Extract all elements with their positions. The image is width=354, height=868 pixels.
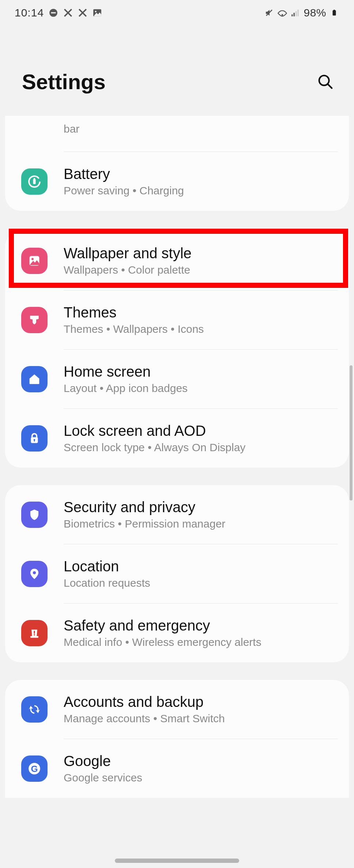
row-subtitle: Layout • App icon badges bbox=[64, 382, 338, 395]
google-icon: G bbox=[21, 755, 48, 782]
row-subtitle: Location requests bbox=[64, 577, 338, 589]
shield-icon bbox=[21, 502, 48, 528]
row-title: Battery bbox=[64, 166, 338, 182]
settings-group-security: Security and privacy Biometrics • Permis… bbox=[5, 485, 349, 662]
status-bar: 10:14 98% bbox=[0, 0, 354, 26]
svg-point-5 bbox=[282, 14, 283, 16]
status-left: 10:14 bbox=[15, 7, 102, 19]
svg-text:G: G bbox=[31, 764, 38, 773]
svg-point-22 bbox=[33, 571, 36, 574]
settings-group-device: bar Battery Power saving • Charging bbox=[5, 116, 349, 211]
svg-rect-8 bbox=[295, 11, 297, 16]
row-title: Safety and emergency bbox=[64, 617, 338, 634]
svg-rect-15 bbox=[33, 179, 36, 184]
svg-rect-7 bbox=[294, 13, 295, 16]
svg-rect-16 bbox=[34, 178, 35, 179]
settings-row-partial[interactable]: bar bbox=[5, 116, 349, 152]
row-subtitle: Manage accounts • Smart Switch bbox=[64, 712, 338, 725]
svg-rect-25 bbox=[34, 634, 35, 635]
mute-icon bbox=[264, 8, 274, 18]
row-title: Themes bbox=[64, 304, 338, 321]
svg-rect-10 bbox=[333, 10, 336, 15]
svg-rect-11 bbox=[334, 10, 335, 11]
row-subtitle: bar bbox=[64, 123, 338, 135]
svg-rect-21 bbox=[34, 439, 35, 441]
svg-rect-6 bbox=[292, 14, 293, 16]
svg-point-18 bbox=[31, 258, 34, 260]
x-icon bbox=[63, 8, 73, 18]
alert-icon bbox=[21, 620, 48, 646]
svg-rect-23 bbox=[30, 636, 38, 637]
battery-circle-icon bbox=[21, 168, 48, 195]
settings-row-battery[interactable]: Battery Power saving • Charging bbox=[5, 152, 349, 211]
row-title: Lock screen and AOD bbox=[64, 423, 338, 439]
settings-row-accounts[interactable]: Accounts and backup Manage accounts • Sm… bbox=[5, 680, 349, 739]
row-subtitle: Biometrics • Permission manager bbox=[64, 518, 338, 530]
picture-icon bbox=[92, 8, 102, 18]
svg-rect-24 bbox=[34, 631, 35, 633]
search-icon bbox=[317, 73, 334, 90]
settings-row-lock[interactable]: Lock screen and AOD Screen lock type • A… bbox=[5, 409, 349, 468]
dnd-icon bbox=[48, 8, 59, 18]
row-subtitle: Google services bbox=[64, 772, 338, 784]
row-title: Home screen bbox=[64, 363, 338, 380]
row-title: Location bbox=[64, 558, 338, 575]
settings-row-wallpaper[interactable]: Wallpaper and style Wallpapers • Color p… bbox=[5, 231, 349, 290]
signal-icon bbox=[290, 8, 301, 18]
header: Settings bbox=[0, 26, 354, 116]
svg-rect-9 bbox=[298, 9, 299, 16]
row-title: Google bbox=[64, 753, 338, 769]
settings-row-safety[interactable]: Safety and emergency Medical info • Wire… bbox=[5, 604, 349, 662]
lock-icon bbox=[21, 425, 48, 452]
status-right: 98% bbox=[264, 7, 339, 19]
settings-row-themes[interactable]: Themes Themes • Wallpapers • Icons bbox=[5, 290, 349, 349]
battery-icon bbox=[329, 8, 339, 18]
settings-row-location[interactable]: Location Location requests bbox=[5, 544, 349, 603]
wifi-icon bbox=[277, 8, 287, 18]
svg-point-3 bbox=[95, 11, 97, 12]
wallpaper-icon bbox=[21, 248, 48, 274]
row-subtitle: Themes • Wallpapers • Icons bbox=[64, 323, 338, 335]
gesture-handle[interactable] bbox=[115, 859, 239, 863]
settings-row-security[interactable]: Security and privacy Biometrics • Permis… bbox=[5, 485, 349, 544]
svg-rect-1 bbox=[51, 12, 56, 13]
row-subtitle: Wallpapers • Color palette bbox=[64, 264, 338, 276]
row-subtitle: Power saving • Charging bbox=[64, 184, 338, 197]
page-title: Settings bbox=[22, 69, 106, 94]
row-subtitle: Medical info • Wireless emergency alerts bbox=[64, 636, 338, 648]
svg-line-13 bbox=[328, 84, 332, 88]
home-icon bbox=[21, 366, 48, 392]
battery-percent: 98% bbox=[304, 7, 326, 19]
clock: 10:14 bbox=[15, 7, 44, 19]
search-button[interactable] bbox=[317, 73, 334, 91]
sync-icon bbox=[21, 696, 48, 723]
row-title: Security and privacy bbox=[64, 499, 338, 515]
row-subtitle: Screen lock type • Always On Display bbox=[64, 441, 338, 454]
settings-row-home[interactable]: Home screen Layout • App icon badges bbox=[5, 350, 349, 408]
settings-row-google[interactable]: G Google Google services bbox=[5, 739, 349, 798]
settings-group-display: Wallpaper and style Wallpapers • Color p… bbox=[5, 231, 349, 468]
row-title: Accounts and backup bbox=[64, 694, 338, 710]
scrollbar[interactable] bbox=[350, 365, 353, 500]
brush-icon bbox=[21, 307, 48, 333]
location-pin-icon bbox=[21, 561, 48, 587]
row-title: Wallpaper and style bbox=[64, 245, 338, 262]
settings-group-accounts: Accounts and backup Manage accounts • Sm… bbox=[5, 680, 349, 798]
x-icon bbox=[78, 8, 88, 18]
